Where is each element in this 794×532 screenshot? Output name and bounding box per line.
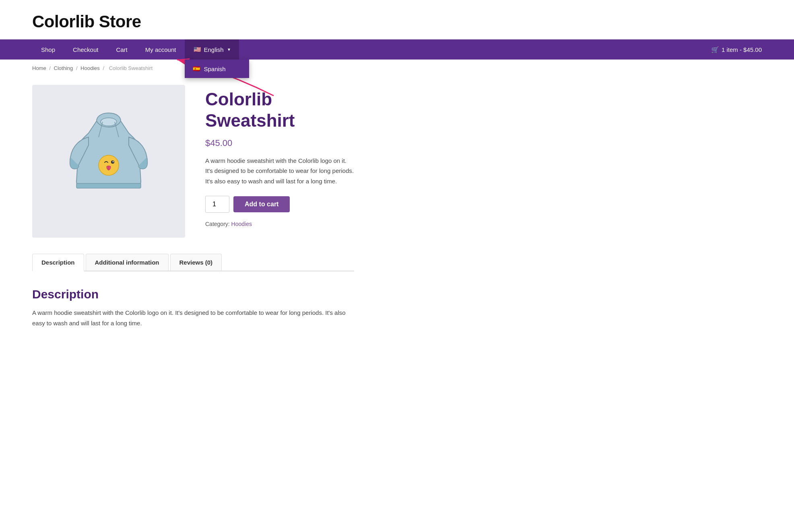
- nav-shop[interactable]: Shop: [32, 40, 64, 60]
- nav-cart-summary[interactable]: 🛒 1 item - $45.00: [711, 46, 762, 53]
- nav-cart[interactable]: Cart: [107, 40, 136, 60]
- breadcrumb-current: Colorlib Sweatshirt: [109, 65, 153, 71]
- language-dropdown-menu: 🇪🇸 Spanish: [185, 60, 249, 78]
- breadcrumb-home[interactable]: Home: [32, 65, 46, 71]
- add-to-cart-button[interactable]: Add to cart: [233, 196, 290, 212]
- product-area: Colorlib Sweatshirt $45.00 A warm hoodie…: [32, 85, 354, 238]
- product-image: [32, 85, 185, 238]
- main-content: Colorlib Sweatshirt $45.00 A warm hoodie…: [0, 77, 386, 356]
- nav-language-dropdown[interactable]: 🇺🇸 English ▾ 🇪🇸 Spanish: [185, 39, 239, 60]
- quantity-input[interactable]: [205, 196, 229, 213]
- hoodie-illustration: [64, 109, 153, 214]
- svg-point-1: [101, 118, 117, 126]
- product-title: Colorlib Sweatshirt: [205, 89, 354, 131]
- product-details: Colorlib Sweatshirt $45.00 A warm hoodie…: [205, 85, 354, 238]
- breadcrumb-clothing[interactable]: Clothing: [54, 65, 73, 71]
- nav-checkout[interactable]: Checkout: [64, 40, 107, 60]
- site-title: Colorlib Store: [32, 12, 762, 31]
- breadcrumb-sep-2: /: [76, 65, 79, 71]
- spanish-label: Spanish: [204, 66, 225, 72]
- svg-point-7: [113, 161, 114, 162]
- current-language-flag: 🇺🇸: [194, 46, 201, 53]
- product-price: $45.00: [205, 138, 354, 148]
- current-language-label: English: [204, 46, 223, 53]
- description-section: Description A warm hoodie sweatshirt wit…: [32, 283, 354, 340]
- tab-reviews[interactable]: Reviews (0): [170, 254, 222, 271]
- nav-left: Shop Checkout Cart My account 🇺🇸 English…: [32, 39, 239, 60]
- spanish-flag: 🇪🇸: [193, 65, 200, 72]
- description-title: Description: [32, 288, 354, 301]
- chevron-down-icon: ▾: [228, 47, 230, 52]
- add-to-cart-row: Add to cart: [205, 196, 354, 213]
- description-text: A warm hoodie sweatshirt with the Colorl…: [32, 308, 354, 328]
- breadcrumb-sep-3: /: [103, 65, 105, 71]
- site-header: Colorlib Store: [0, 0, 794, 39]
- language-option-spanish[interactable]: 🇪🇸 Spanish: [185, 60, 249, 78]
- tabs-row: Description Additional information Revie…: [32, 254, 354, 271]
- breadcrumb-sep-1: /: [49, 65, 52, 71]
- tab-additional-information[interactable]: Additional information: [86, 254, 169, 271]
- category-label: Category:: [205, 221, 230, 227]
- product-category: Category: Hoodies: [205, 221, 354, 227]
- svg-point-5: [99, 155, 119, 175]
- language-button[interactable]: 🇺🇸 English ▾: [185, 39, 239, 60]
- tab-description[interactable]: Description: [32, 254, 84, 271]
- cart-label: 1 item - $45.00: [722, 46, 762, 53]
- svg-rect-2: [76, 183, 141, 188]
- cart-icon: 🛒: [711, 46, 719, 53]
- nav-bar: Shop Checkout Cart My account 🇺🇸 English…: [0, 39, 794, 60]
- product-description: A warm hoodie sweatshirt with the Colorl…: [205, 156, 354, 187]
- breadcrumb: Home / Clothing / Hoodies / Colorlib Swe…: [0, 60, 794, 77]
- breadcrumb-hoodies[interactable]: Hoodies: [80, 65, 100, 71]
- nav-my-account[interactable]: My account: [136, 40, 185, 60]
- category-link[interactable]: Hoodies: [231, 221, 252, 227]
